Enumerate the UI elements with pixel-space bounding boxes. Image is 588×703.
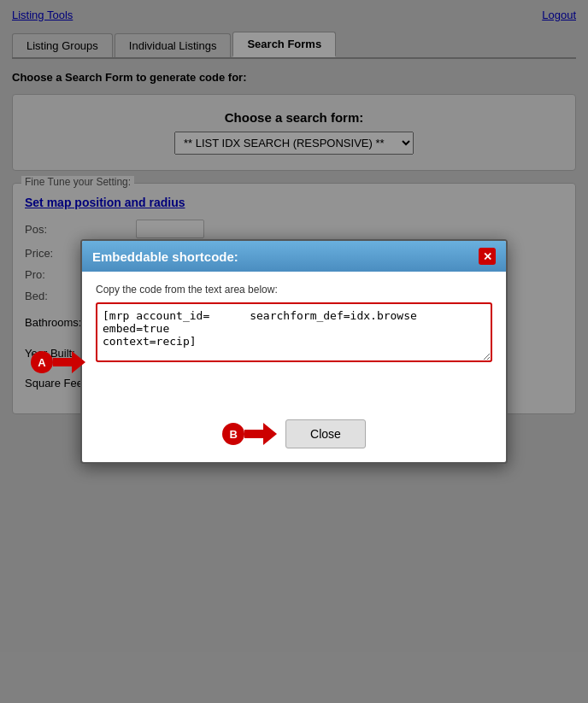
arrow-b-shaft [244,430,263,438]
modal-footer: B Close [82,411,506,462]
modal: A Embeddable shortcode: ✕ Copy the code … [80,239,508,464]
arrow-a-shaft [53,358,72,366]
shortcode-textarea[interactable]: [mrp account_id= searchform_def=idx.brow… [96,302,492,362]
label-b-circle: B [222,423,244,445]
modal-header: Embeddable shortcode: ✕ [82,241,506,272]
arrow-b-container: B [222,423,277,445]
modal-title: Embeddable shortcode: [92,249,238,264]
modal-spacer [96,365,492,399]
modal-close-button[interactable]: ✕ [479,248,496,265]
modal-overlay: A Embeddable shortcode: ✕ Copy the code … [0,0,588,703]
modal-body: Copy the code from the text area below: … [82,272,506,411]
label-a-circle: A [31,351,53,373]
textarea-container: [mrp account_id= searchform_def=idx.brow… [96,302,492,365]
arrow-a-container: A [31,351,85,373]
modal-instruction: Copy the code from the text area below: [96,284,492,296]
arrow-a-head [72,351,85,373]
close-button[interactable]: Close [285,419,366,448]
arrow-b-head [263,423,277,445]
